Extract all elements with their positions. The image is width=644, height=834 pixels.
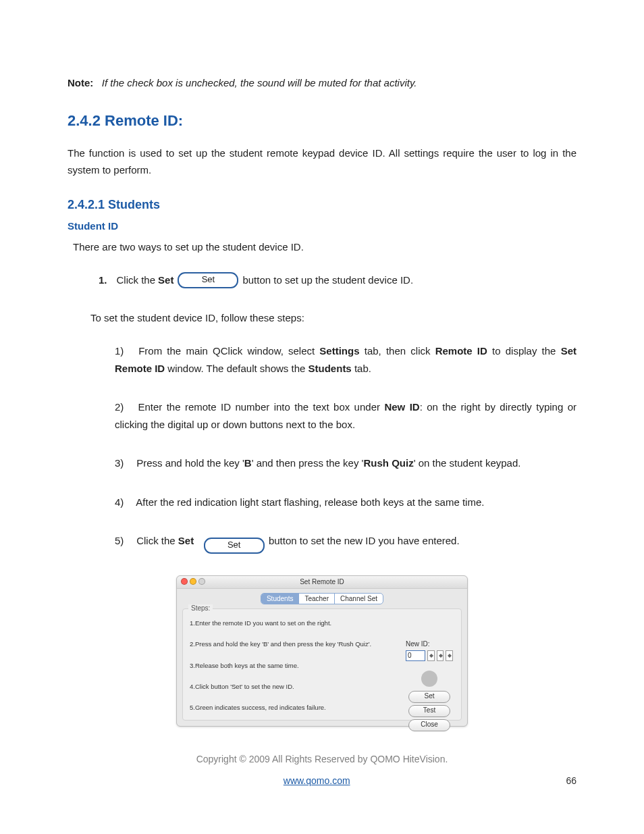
spinner-1[interactable]	[427, 650, 435, 661]
inline-set-button-2[interactable]: Set	[204, 538, 265, 554]
step4-num: 4)	[115, 494, 134, 511]
step1: 1) From the main QClick window, select S…	[115, 342, 576, 377]
win-side-column: New ID: 0 Set Test Close	[406, 640, 453, 733]
inline-set-button[interactable]: Set	[178, 272, 238, 288]
heading-2421: 2.4.2.1 Students	[68, 198, 576, 212]
win-steps-column: 1.Enter the remote ID you want to set on…	[190, 619, 379, 712]
tab-teacher[interactable]: Teacher	[299, 594, 335, 604]
spinner-2[interactable]	[437, 650, 444, 661]
step3: 3) Press and hold the key 'B' and then p…	[115, 454, 576, 472]
status-indicator-icon	[421, 671, 437, 687]
heading-242: 2.4.2 Remote ID:	[68, 112, 576, 130]
note-body: If the check box is unchecked, the sound…	[102, 77, 417, 88]
note-label: Note:	[68, 77, 93, 88]
spinner-3[interactable]	[446, 650, 453, 661]
method1-row: 1. Click the Set Set button to set up th…	[99, 271, 576, 289]
set-remote-id-window: Set Remote ID Students Teacher Channel S…	[176, 575, 468, 727]
win-step1: 1.Enter the remote ID you want to set on…	[190, 619, 379, 627]
para-242: The function is used to set up the stude…	[68, 145, 576, 179]
tab-students[interactable]: Students	[261, 594, 299, 604]
win-step2: 2.Press and hold the key 'B' and then pr…	[190, 640, 379, 648]
new-id-label: New ID:	[406, 640, 453, 648]
step1-num: 1)	[115, 342, 134, 360]
window-traffic-lights	[181, 578, 205, 585]
step2-num: 2)	[115, 398, 134, 416]
step2: 2) Enter the remote ID number into the t…	[115, 398, 576, 433]
win-step3: 3.Release both keys at the same time.	[190, 661, 379, 670]
tab-channel-set[interactable]: Channel Set	[335, 594, 383, 604]
page-number: 66	[566, 775, 576, 786]
test-button[interactable]: Test	[408, 705, 450, 717]
method1-pre: Click the	[117, 271, 156, 289]
step3-num: 3)	[115, 454, 134, 472]
win-step4: 4.Click button 'Set' to set the new ID.	[190, 682, 379, 691]
method1-num: 1.	[99, 271, 107, 289]
step5: 5) Click the Set Set button to set the n…	[115, 532, 576, 554]
footer-link[interactable]: www.qomo.com	[284, 775, 350, 786]
close-button[interactable]: Close	[408, 719, 450, 731]
method1-post: button to set up the student device ID.	[242, 271, 413, 289]
win-step5: 5.Green indicates success, red indicates…	[190, 703, 379, 712]
window-titlebar: Set Remote ID	[177, 576, 467, 589]
group-legend: Steps:	[188, 604, 213, 612]
set-button[interactable]: Set	[408, 691, 450, 703]
intro-para: There are two ways to set up the student…	[73, 238, 576, 256]
copyright: Copyright © 2009 All Rights Reserved by …	[68, 754, 576, 764]
note-line: Note: If the check box is unchecked, the…	[68, 74, 576, 92]
follow-para: To set the student device ID, follow the…	[90, 309, 576, 327]
window-title: Set Remote ID	[300, 578, 344, 585]
step4: 4) After the red indication light start …	[115, 494, 576, 511]
steps-group: Steps: 1.Enter the remote ID you want to…	[182, 608, 462, 721]
new-id-input[interactable]: 0	[406, 650, 425, 661]
numbered-steps: 1) From the main QClick window, select S…	[68, 342, 576, 554]
tab-bar: Students Teacher Channel Set	[177, 589, 467, 604]
close-icon[interactable]	[181, 578, 188, 585]
step5-num: 5)	[115, 532, 134, 550]
method1-bold: Set	[158, 271, 173, 289]
zoom-icon[interactable]	[198, 578, 205, 585]
heading-student-id: Student ID	[68, 220, 576, 232]
minimize-icon[interactable]	[190, 578, 196, 585]
